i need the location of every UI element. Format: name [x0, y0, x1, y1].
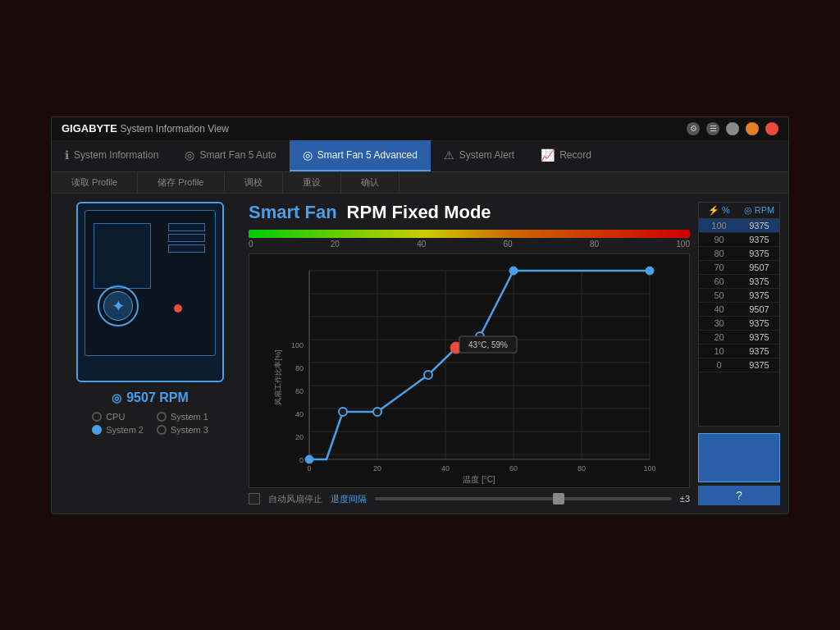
minimize-button[interactable] [726, 122, 739, 135]
auto-stop-checkbox[interactable] [249, 493, 260, 504]
svg-text:0: 0 [307, 464, 311, 472]
auto-stop-label: 自动风扇停止 [268, 493, 322, 505]
center-panel: Smart Fan RPM Fixed Mode 0 20 40 60 80 1… [249, 202, 690, 505]
svg-text:60: 60 [509, 464, 518, 472]
rpm-cell-pct: 80 [699, 247, 739, 260]
maximize-button[interactable] [746, 122, 759, 135]
svg-point-37 [646, 267, 654, 275]
pc-slot-2 [168, 234, 205, 242]
rpm-row[interactable]: 20 9375 [699, 331, 779, 345]
rpm-cell-pct: 50 [699, 289, 739, 302]
fan-speed-display: ◎ 9507 RPM [112, 390, 189, 405]
rpm-table: ⚡ % ◎ RPM 100 9375 90 9375 80 9375 70 95… [698, 202, 780, 427]
pc-slots [168, 223, 205, 255]
svg-point-34 [424, 371, 432, 379]
svg-text:60: 60 [295, 387, 304, 395]
temp-bar-labels: 0 20 40 60 80 100 [249, 240, 690, 249]
fan-source-system2[interactable]: System 2 [92, 425, 144, 435]
tab-fan-auto[interactable]: ◎ Smart Fan 5 Auto [171, 140, 289, 171]
confirm-btn[interactable]: 确认 [341, 172, 399, 193]
chart-header: Smart Fan RPM Fixed Mode [249, 202, 690, 223]
reset-btn[interactable]: 重设 [283, 172, 341, 193]
fan-source-system1-label: System 1 [171, 412, 208, 422]
rpm-cell-pct: 60 [699, 275, 739, 288]
radio-system1[interactable] [157, 412, 167, 422]
rpm-cell-value: 9375 [739, 233, 779, 246]
rpm-row[interactable]: 40 9507 [699, 303, 779, 317]
tab-alert[interactable]: ⚠ System Alert [431, 140, 527, 171]
svg-text:43°C, 59%: 43°C, 59% [468, 340, 508, 349]
svg-text:20: 20 [373, 464, 381, 472]
profile-read-btn[interactable]: 读取 Profile [52, 172, 138, 193]
radio-system3[interactable] [157, 425, 167, 435]
svg-text:40: 40 [441, 464, 450, 472]
rpm-rows: 100 9375 90 9375 80 9375 70 9507 60 9375… [699, 219, 779, 372]
tab-system-info-label: System Information [74, 149, 158, 161]
lightning-icon: ⚡ [708, 205, 719, 216]
tab-fan-advanced[interactable]: ◎ Smart Fan 5 Advanced [290, 140, 431, 171]
fan-speed-value: 9507 RPM [126, 390, 189, 405]
rpm-cell-pct: 0 [699, 358, 739, 372]
title-bar: GIGABYTE System Information View ⚙ ☰ [52, 117, 788, 140]
rpm-row[interactable]: 80 9375 [699, 247, 779, 261]
svg-text:20: 20 [295, 433, 304, 441]
info-icon: ℹ [65, 148, 69, 162]
fan-advanced-icon: ◎ [303, 148, 313, 162]
profile-save-btn[interactable]: 储存 Profile [138, 172, 224, 193]
svg-text:80: 80 [295, 364, 304, 372]
pc-led-indicator [174, 304, 182, 313]
brand-label: GIGABYTE System Information View [62, 122, 229, 135]
rpm-row[interactable]: 70 9507 [699, 261, 779, 275]
fan-source-cpu[interactable]: CPU [92, 412, 144, 422]
rpm-row[interactable]: 60 9375 [699, 275, 779, 289]
rpm-row[interactable]: 30 9375 [699, 317, 779, 331]
fan-source-system2-label: System 2 [106, 425, 144, 435]
rpm-row[interactable]: 90 9375 [699, 233, 779, 247]
alert-icon: ⚠ [444, 148, 454, 162]
temp-label-80: 80 [590, 240, 599, 249]
settings-button[interactable]: ⚙ [687, 122, 700, 135]
svg-text:100: 100 [643, 464, 655, 472]
rpm-cell-value: 9375 [739, 289, 779, 302]
chart-title-mode: RPM Fixed Mode [347, 202, 491, 223]
rpm-row[interactable]: 100 9375 [699, 219, 779, 233]
rpm-row[interactable]: 50 9375 [699, 289, 779, 303]
temp-label-60: 60 [504, 240, 513, 249]
tab-system-info[interactable]: ℹ System Information [52, 140, 171, 171]
fan-source-system1[interactable]: System 1 [157, 412, 208, 422]
help-button[interactable]: ? [698, 486, 780, 505]
rpm-cell-pct: 90 [699, 233, 739, 246]
interval-slider[interactable] [375, 497, 672, 500]
radio-cpu[interactable] [92, 412, 102, 422]
sub-toolbar: 读取 Profile 储存 Profile 调校 重设 确认 [52, 172, 788, 194]
fan-source-system3-label: System 3 [171, 425, 208, 435]
list-button[interactable]: ☰ [706, 122, 719, 135]
svg-point-31 [305, 455, 313, 463]
calibrate-btn[interactable]: 调校 [225, 172, 283, 193]
fan-source-cpu-label: CPU [106, 412, 125, 422]
title-bar-left: GIGABYTE System Information View [62, 122, 229, 135]
close-button[interactable] [765, 122, 778, 135]
rpm-cell-value: 9375 [739, 219, 779, 232]
slider-thumb[interactable] [553, 493, 564, 504]
rpm-cell-value: 9507 [739, 303, 779, 316]
rpm-row[interactable]: 0 9375 [699, 358, 779, 372]
temperature-bar [249, 230, 690, 238]
chart-area: 0 20 40 60 80 100 0 20 40 60 80 100 温度 [… [249, 253, 690, 488]
fan-source-system3[interactable]: System 3 [157, 425, 208, 435]
rpm-row[interactable]: 10 9375 [699, 345, 779, 358]
pc-fan-blade: ✦ [103, 291, 133, 321]
pc-motherboard [94, 223, 151, 289]
fan-sources: CPU System 1 System 2 System 3 [92, 412, 208, 435]
rpm-table-header: ⚡ % ◎ RPM [699, 203, 779, 219]
svg-point-36 [509, 267, 518, 275]
chart-title-smart: Smart Fan [249, 202, 337, 223]
nav-tabs: ℹ System Information ◎ Smart Fan 5 Auto … [52, 140, 788, 172]
slider-value: ±3 [680, 494, 690, 504]
left-panel: ✦ ◎ 9507 RPM CPU System 1 [60, 202, 240, 505]
tab-record[interactable]: 📈 Record [527, 140, 605, 171]
radio-system2[interactable] [92, 425, 102, 435]
chart-footer: 自动风扇停止 退度间隔 ±3 [249, 493, 690, 505]
temp-label-0: 0 [249, 240, 253, 249]
fan-curve-chart[interactable]: 0 20 40 60 80 100 0 20 40 60 80 100 温度 [… [249, 254, 689, 484]
